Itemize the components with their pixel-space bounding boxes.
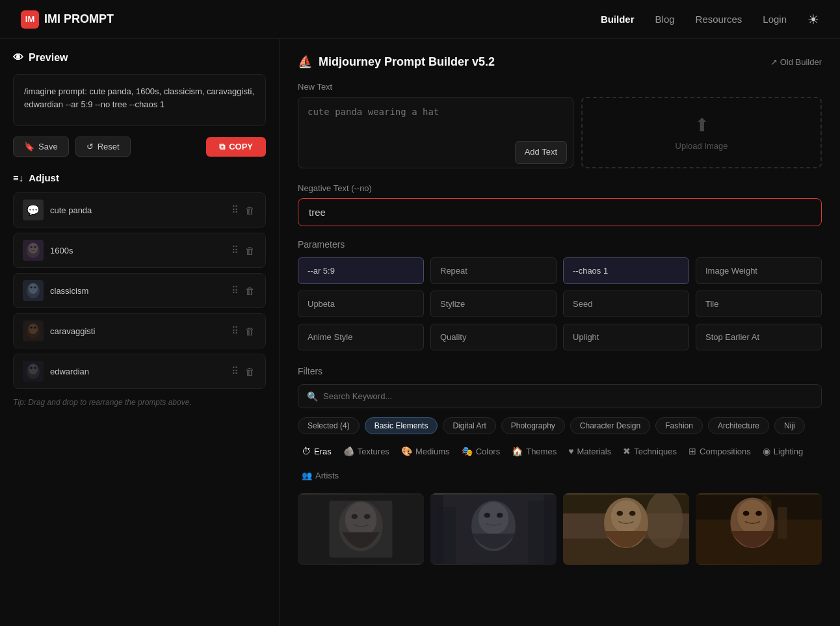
filter-tag-digital-art[interactable]: Digital Art — [443, 417, 495, 434]
gallery-item-1[interactable] — [298, 493, 424, 565]
prompt-actions-1600s: ⠿ 🗑 — [230, 243, 256, 257]
sub-category-tabs: 👥 Artists — [298, 468, 822, 483]
prompt-item-classicism[interactable]: classicism ⠿ 🗑 — [13, 273, 266, 308]
filter-tag-character-design[interactable]: Character Design — [570, 417, 650, 434]
techniques-icon: ✖ — [623, 446, 631, 456]
reset-button[interactable]: ↺ Reset — [75, 137, 131, 157]
svg-rect-28 — [437, 507, 456, 564]
nav-resources[interactable]: Resources — [696, 14, 742, 25]
cat-tab-lighting[interactable]: ◉ Lighting — [759, 443, 807, 459]
prompt-drag-caravaggisti[interactable]: ⠿ — [230, 324, 240, 338]
builder-title: ⛵ Midjourney Prompt Builder v5.2 — [298, 55, 495, 69]
svg-point-7 — [34, 287, 36, 289]
old-builder-icon: ↗ — [770, 57, 778, 67]
neg-text-input[interactable] — [298, 198, 822, 226]
param-quality[interactable]: Quality — [430, 324, 557, 350]
category-tabs: ⏱ Eras 🪨 Textures 🎨 Mediums 🎭 Colors 🏠 T… — [298, 443, 822, 459]
param-chaos[interactable]: --chaos 1 — [563, 257, 689, 284]
nav-builder[interactable]: Builder — [601, 14, 635, 25]
lighting-icon: ◉ — [763, 446, 770, 456]
theme-toggle-button[interactable]: ☀ — [807, 12, 819, 27]
prompt-thumb-svg-classicism — [23, 280, 44, 301]
left-panel: 👁 Preview /imagine prompt: cute panda, 1… — [0, 39, 280, 626]
prompt-thumb-edwardian — [23, 361, 44, 382]
prompt-drag-1600s[interactable]: ⠿ — [230, 243, 240, 257]
cat-tab-textures[interactable]: 🪨 Textures — [339, 443, 393, 459]
prompt-drag-cute-panda[interactable]: ⠿ — [230, 203, 240, 217]
gallery-item-4[interactable] — [696, 493, 822, 565]
filter-tag-basic-elements[interactable]: Basic Elements — [365, 417, 438, 434]
svg-rect-29 — [528, 501, 550, 564]
svg-point-2 — [30, 246, 33, 248]
brand-icon: IM — [21, 10, 39, 29]
gallery-image-3 — [563, 493, 689, 565]
params-grid: --ar 5:9 Repeat --chaos 1 Image Weight U… — [298, 257, 822, 350]
nav-login[interactable]: Login — [763, 14, 787, 25]
prompt-item-caravaggisti[interactable]: caravaggisti ⠿ 🗑 — [13, 313, 266, 348]
mediums-label: Mediums — [415, 447, 450, 456]
param-uplight[interactable]: Uplight — [563, 324, 689, 350]
action-row: 🔖 Save ↺ Reset ⧉ COPY — [13, 137, 266, 157]
filter-tag-architecture[interactable]: Architecture — [708, 417, 769, 434]
filter-tag-niji[interactable]: Niji — [774, 417, 805, 434]
save-button[interactable]: 🔖 Save — [13, 137, 69, 157]
filter-tag-fashion[interactable]: Fashion — [655, 417, 703, 434]
upload-image-box[interactable]: ⬆ Upload Image — [581, 97, 822, 168]
cat-tab-materials[interactable]: ♥ Materials — [564, 443, 615, 459]
cat-tab-eras[interactable]: ⏱ Eras — [298, 443, 335, 459]
prompt-delete-edwardian[interactable]: 🗑 — [244, 364, 256, 378]
compositions-icon: ⊞ — [689, 446, 696, 456]
prompt-drag-edwardian[interactable]: ⠿ — [230, 364, 240, 378]
param-upbeta[interactable]: Upbeta — [298, 291, 424, 317]
cat-tab-techniques[interactable]: ✖ Techniques — [619, 443, 681, 459]
svg-point-9 — [29, 324, 38, 334]
svg-point-44 — [737, 499, 768, 533]
copy-button[interactable]: ⧉ COPY — [206, 137, 266, 157]
prompt-thumb-caravaggisti — [23, 320, 44, 341]
prompt-thumb-classicism — [23, 280, 44, 301]
prompt-item-1600s[interactable]: 1600s ⠿ 🗑 — [13, 233, 266, 268]
param-stylize[interactable]: Stylize — [430, 291, 557, 317]
parameters-label: Parameters — [298, 239, 822, 250]
svg-point-20 — [351, 514, 358, 519]
svg-point-21 — [364, 514, 371, 519]
param-stop-earlier[interactable]: Stop Earlier At — [696, 324, 822, 350]
preview-title: Preview — [29, 52, 68, 64]
filter-search-input[interactable] — [298, 384, 822, 408]
prompt-delete-caravaggisti[interactable]: 🗑 — [244, 324, 256, 338]
param-tile[interactable]: Tile — [696, 291, 822, 317]
param-seed[interactable]: Seed — [563, 291, 689, 317]
svg-point-27 — [497, 513, 503, 518]
prompt-item-edwardian[interactable]: edwardian ⠿ 🗑 — [13, 354, 266, 389]
save-label: Save — [38, 142, 58, 151]
param-anime-style[interactable]: Anime Style — [298, 324, 424, 350]
cat-tab-themes[interactable]: 🏠 Themes — [508, 443, 560, 459]
themes-label: Themes — [526, 447, 557, 456]
prompt-delete-cute-panda[interactable]: 🗑 — [244, 203, 256, 217]
materials-icon: ♥ — [568, 446, 573, 456]
add-text-button[interactable]: Add Text — [515, 141, 567, 164]
filter-tag-photography[interactable]: Photography — [501, 417, 565, 434]
gallery-item-2[interactable] — [430, 493, 557, 565]
prompt-item-cute-panda[interactable]: 💬 cute panda ⠿ 🗑 — [13, 192, 266, 228]
old-builder-link[interactable]: ↗ Old Builder — [770, 57, 822, 67]
filter-tag-selected[interactable]: Selected (4) — [298, 417, 360, 434]
prompt-drag-classicism[interactable]: ⠿ — [230, 283, 240, 298]
prompt-label-1600s: 1600s — [50, 246, 224, 255]
param-repeat[interactable]: Repeat — [430, 257, 557, 284]
tip-text: Tip: Drag and drop to rearrange the prom… — [13, 398, 266, 407]
filter-search-icon: 🔍 — [307, 391, 318, 402]
cat-tab-mediums[interactable]: 🎨 Mediums — [397, 443, 454, 459]
tip-content: Tip: Drag and drop to rearrange the prom… — [13, 398, 192, 407]
param-ar[interactable]: --ar 5:9 — [298, 257, 424, 284]
cat-tab-compositions[interactable]: ⊞ Compositions — [685, 443, 755, 459]
gallery-item-3[interactable] — [563, 493, 689, 565]
sub-cat-artists[interactable]: 👥 Artists — [298, 468, 343, 483]
text-area-wrap: Add Text — [298, 97, 573, 170]
param-image-weight[interactable]: Image Weight — [696, 257, 822, 284]
prompt-delete-classicism[interactable]: 🗑 — [244, 283, 256, 298]
adjust-section-title: ≡↓ Adjust — [13, 172, 266, 183]
cat-tab-colors[interactable]: 🎭 Colors — [458, 443, 505, 459]
nav-blog[interactable]: Blog — [655, 14, 675, 25]
prompt-delete-1600s[interactable]: 🗑 — [244, 243, 256, 257]
